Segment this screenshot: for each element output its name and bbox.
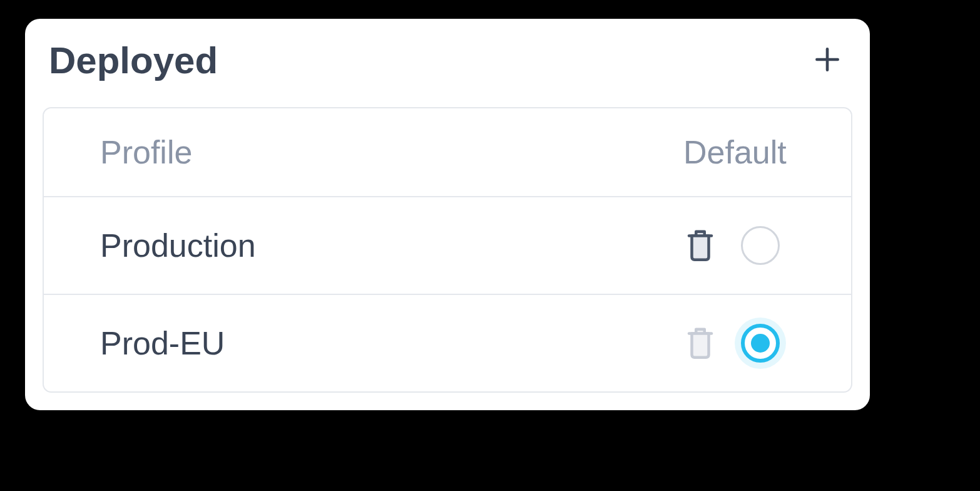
row-actions (683, 226, 821, 265)
profile-name: Production (100, 227, 683, 264)
column-header-default: Default (683, 133, 821, 171)
column-header-profile: Profile (100, 133, 683, 171)
panel-header: Deployed (43, 39, 852, 95)
add-button[interactable] (809, 42, 846, 80)
row-actions (683, 324, 821, 363)
plus-icon (812, 44, 843, 78)
default-radio[interactable] (741, 324, 780, 363)
trash-icon (683, 225, 717, 266)
profiles-table: Profile Default Production (43, 107, 852, 393)
table-row: Production (44, 197, 851, 295)
default-radio[interactable] (741, 226, 780, 265)
deployed-panel: Deployed Profile Default Production (25, 19, 870, 410)
delete-button[interactable] (683, 227, 717, 264)
delete-button[interactable] (683, 324, 717, 362)
panel-title: Deployed (49, 39, 218, 82)
table-header-row: Profile Default (44, 108, 851, 197)
trash-icon (683, 323, 717, 363)
profile-name: Prod-EU (100, 324, 683, 362)
table-row: Prod-EU (44, 295, 851, 391)
